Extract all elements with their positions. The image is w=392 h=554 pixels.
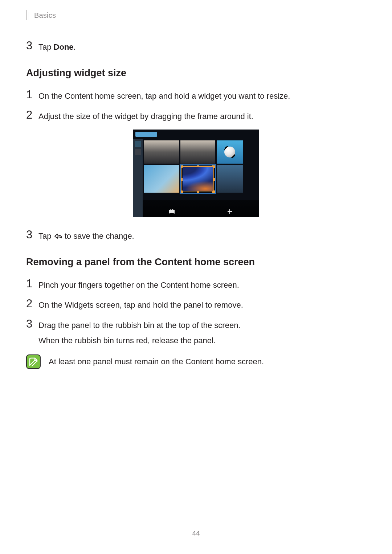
step-number: 1	[26, 278, 38, 289]
step-number: 3	[26, 229, 38, 240]
note-badge	[26, 354, 41, 369]
page-number: 44	[0, 529, 392, 537]
rule-vertical	[26, 10, 26, 20]
rule-vertical-inner	[29, 12, 29, 20]
sidebar-tab	[135, 149, 141, 155]
note-text: At least one panel must remain on the Co…	[49, 354, 264, 366]
softkey-bar	[143, 200, 259, 217]
text-fragment: Tap	[38, 42, 54, 52]
step-item: 1 Pinch your fingers together on the Con…	[26, 278, 366, 291]
widget-tile	[217, 165, 243, 193]
device-screenshot	[133, 130, 259, 217]
step-text: On the Content home screen, tap and hold…	[38, 89, 290, 102]
step-number: 2	[26, 298, 38, 309]
step-item: 3 Tap to save the change.	[26, 229, 366, 242]
step-text: On the Widgets screen, tap and hold the …	[38, 298, 243, 311]
text-fragment: to save the change.	[62, 231, 134, 241]
text-fragment: Tap	[38, 231, 54, 241]
sidebar	[133, 139, 143, 217]
note: At least one panel must remain on the Co…	[26, 354, 366, 369]
step-item: 2 On the Widgets screen, tap and hold th…	[26, 298, 366, 311]
step-item: 2 Adjust the size of the widget by dragg…	[26, 109, 366, 122]
step-text: Pinch your fingers together on the Conte…	[38, 278, 239, 291]
step-item: 3 Drag the panel to the rubbish bin at t…	[26, 318, 366, 346]
softkey-magazine	[169, 209, 175, 215]
softkey-change-size	[227, 209, 233, 215]
sidebar-tab	[135, 141, 141, 147]
step-tap-done: 3 Tap Done.	[26, 40, 366, 53]
step-item: 1 On the Content home screen, tap and ho…	[26, 89, 366, 102]
widget-tile	[180, 140, 215, 164]
step-number: 3	[26, 318, 38, 329]
breadcrumb: Basics	[34, 11, 56, 20]
note-icon	[29, 357, 38, 366]
text-bold: Done	[54, 42, 74, 52]
step-number: 1	[26, 89, 38, 100]
text-fragment: Drag the panel to the rubbish bin at the…	[38, 321, 240, 330]
heading-adjusting-widget-size: Adjusting widget size	[26, 67, 366, 79]
soccer-ball-icon	[224, 147, 235, 157]
illustration-widget-resize	[26, 130, 366, 217]
running-head: Basics	[26, 10, 366, 20]
text-fragment: .	[74, 42, 76, 52]
text-fragment: When the rubbish bin turns red, release …	[38, 335, 240, 346]
widget-tile	[144, 140, 179, 164]
back-icon	[54, 233, 62, 240]
widget-tile	[144, 165, 179, 193]
plus-icon	[227, 209, 233, 214]
widget-tile-sports	[217, 140, 243, 164]
step-text: Drag the panel to the rubbish bin at the…	[38, 318, 240, 346]
step-text: Adjust the size of the widget by draggin…	[38, 109, 253, 122]
step-text: Tap Done.	[38, 40, 76, 53]
widget-tile-selected	[183, 167, 213, 191]
step-number: 3	[26, 40, 38, 51]
book-icon	[169, 209, 175, 214]
step-text: Tap to save the change.	[38, 229, 134, 242]
panel-title-bar	[135, 132, 157, 137]
step-number: 2	[26, 109, 38, 120]
heading-removing-panel: Removing a panel from the Content home s…	[26, 257, 366, 268]
